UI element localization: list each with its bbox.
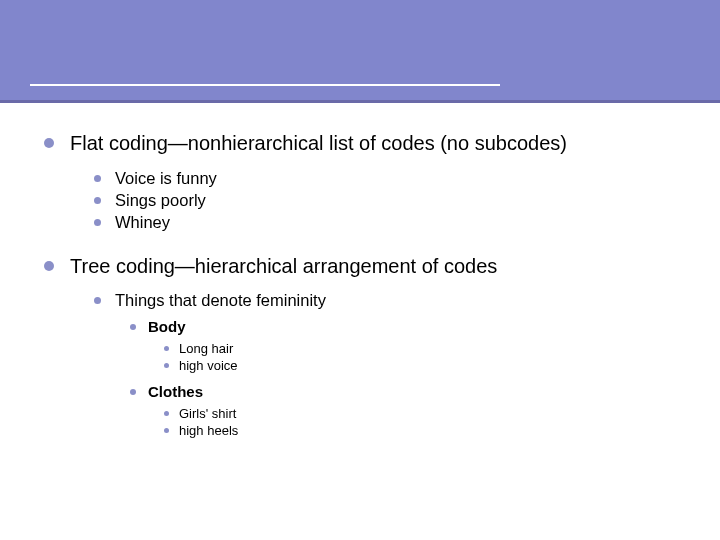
- bullet-icon: [44, 261, 54, 271]
- bullet-icon: [94, 175, 101, 182]
- item-text: Things that denote femininity: [115, 291, 326, 310]
- list-item: Tree coding—hierarchical arrangement of …: [44, 254, 676, 439]
- list-item: Long hair: [164, 341, 676, 356]
- item-text: high heels: [179, 423, 238, 438]
- bullet-icon: [164, 346, 169, 351]
- list-item: Body Long hair high voice: [130, 318, 676, 373]
- list-item: Whiney: [94, 213, 676, 232]
- outline-level-2: Things that denote femininity Body: [94, 291, 676, 438]
- item-text: Body: [148, 318, 186, 335]
- item-text: Voice is funny: [115, 169, 217, 188]
- item-text: high voice: [179, 358, 238, 373]
- outline-level-4: Girls' shirt high heels: [164, 406, 676, 438]
- outline-level-1: Flat coding—nonhierarchical list of code…: [44, 131, 676, 438]
- item-text: Flat coding—nonhierarchical list of code…: [70, 131, 567, 157]
- bullet-icon: [94, 219, 101, 226]
- item-text: Tree coding—hierarchical arrangement of …: [70, 254, 497, 280]
- item-text: Clothes: [148, 383, 203, 400]
- bullet-icon: [164, 428, 169, 433]
- list-item: Voice is funny: [94, 169, 676, 188]
- list-item: Girls' shirt: [164, 406, 676, 421]
- item-text: Girls' shirt: [179, 406, 236, 421]
- outline-level-4: Long hair high voice: [164, 341, 676, 373]
- list-item: high heels: [164, 423, 676, 438]
- bullet-icon: [44, 138, 54, 148]
- list-item: Clothes Girls' shirt high heels: [130, 383, 676, 438]
- bullet-icon: [130, 324, 136, 330]
- outline-level-2: Voice is funny Sings poorly Whiney: [94, 169, 676, 232]
- slide-header-band: [0, 0, 720, 103]
- header-divider: [30, 84, 500, 86]
- bullet-icon: [94, 197, 101, 204]
- outline-level-3: Body Long hair high voice: [130, 318, 676, 438]
- item-text: Sings poorly: [115, 191, 206, 210]
- slide-body: Flat coding—nonhierarchical list of code…: [0, 103, 720, 480]
- list-item: high voice: [164, 358, 676, 373]
- list-item: Sings poorly: [94, 191, 676, 210]
- bullet-icon: [164, 411, 169, 416]
- list-item: Things that denote femininity Body: [94, 291, 676, 438]
- bullet-icon: [130, 389, 136, 395]
- bullet-icon: [94, 297, 101, 304]
- item-text: Whiney: [115, 213, 170, 232]
- list-item: Flat coding—nonhierarchical list of code…: [44, 131, 676, 232]
- bullet-icon: [164, 363, 169, 368]
- item-text: Long hair: [179, 341, 233, 356]
